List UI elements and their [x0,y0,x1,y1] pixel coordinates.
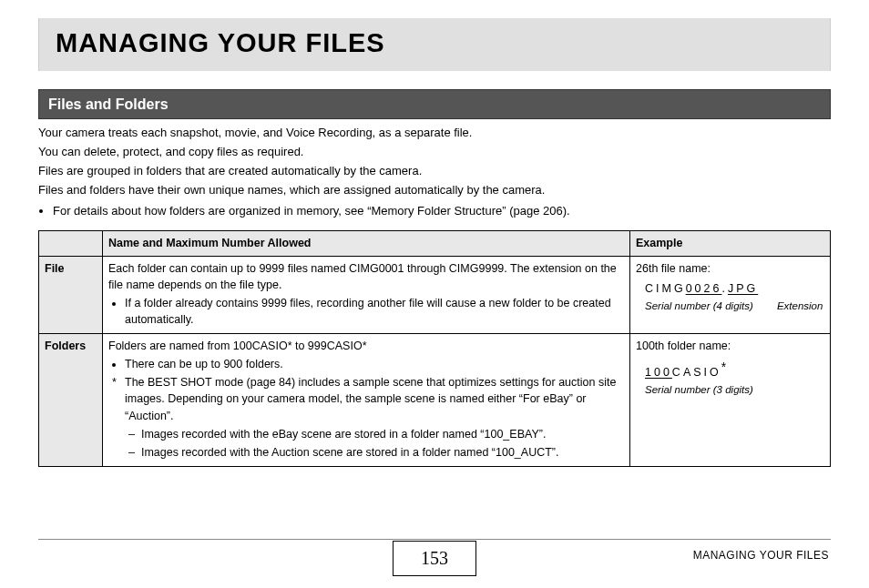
file-desc: Each folder can contain up to 9999 files… [103,256,630,334]
folders-star-note: The BEST SHOT mode (page 84) includes a … [125,374,624,423]
section-header: Files and Folders [38,89,831,119]
ex-label-serial: Serial number (4 digits) [645,299,753,314]
folders-line1: Folders are named from 100CASIO* to 999C… [108,338,624,354]
ex-label-ext: Extension [777,299,823,314]
ex-label-serial3: Serial number (3 digits) [645,382,824,398]
file-desc-main: Each folder can contain up to 9999 files… [108,260,624,293]
asterisk-icon: * [363,340,367,352]
dash1-text: Images recorded with the eBay scene are … [141,428,546,441]
file-example-code: CIMG0026.JPG [645,282,758,295]
file-desc-bullet: If a folder already contains 9999 files,… [125,295,624,328]
ex-ext: JPG [728,282,758,295]
intro-line: Files and folders have their own unique … [38,182,831,199]
folders-line1b: to 999CASIO [292,340,363,352]
folders-bullet1: There can be up to 900 folders. [125,356,624,372]
row-label-file: File [39,256,103,334]
folders-example: 100th folder name: 100CASIO* Serial numb… [630,334,831,467]
folders-dash1: – Images recorded with the eBay scene ar… [128,426,624,442]
intro-line: Files are grouped in folders that are cr… [38,163,831,180]
intro-block: Your camera treats each snapshot, movie,… [38,125,831,219]
footer: 153 MANAGING YOUR FILES [0,533,869,577]
intro-line: You can delete, protect, and copy files … [38,144,831,161]
folders-dash2: – Images recorded with the Auction scene… [128,444,624,461]
footer-rule [38,539,831,540]
asterisk-icon: * [112,374,125,423]
folders-desc: Folders are named from 100CASIO* to 999C… [103,334,630,467]
ex-serial: 100 [645,366,672,379]
ex-serial: 0026 [686,282,722,295]
file-example-title: 26th file name: [636,260,824,277]
file-example: 26th file name: CIMG0026.JPG Serial numb… [630,256,831,334]
page-number: 153 [393,541,476,576]
footer-label: MANAGING YOUR FILES [693,548,829,563]
ex-prefix: CIMG [645,282,686,295]
page-title: MANAGING YOUR FILES [56,24,813,62]
folders-example-title: 100th folder name: [636,338,824,354]
folders-example-code: 100CASIO [645,366,721,379]
ex-rest: CASIO [672,366,721,379]
th-blank [39,231,103,256]
row-label-folders: Folders [39,334,103,467]
page-title-band: MANAGING YOUR FILES [38,18,831,71]
intro-bullet: For details about how folders are organi… [53,203,831,220]
th-name-max: Name and Maximum Number Allowed [103,231,630,256]
files-folders-table: Name and Maximum Number Allowed Example … [38,230,831,467]
folders-line1a: Folders are named from 100CASIO [108,340,288,352]
dash2-text: Images recorded with the Auction scene a… [141,446,559,459]
th-example: Example [630,231,831,256]
asterisk-icon: * [721,360,726,374]
intro-line: Your camera treats each snapshot, movie,… [38,125,831,142]
